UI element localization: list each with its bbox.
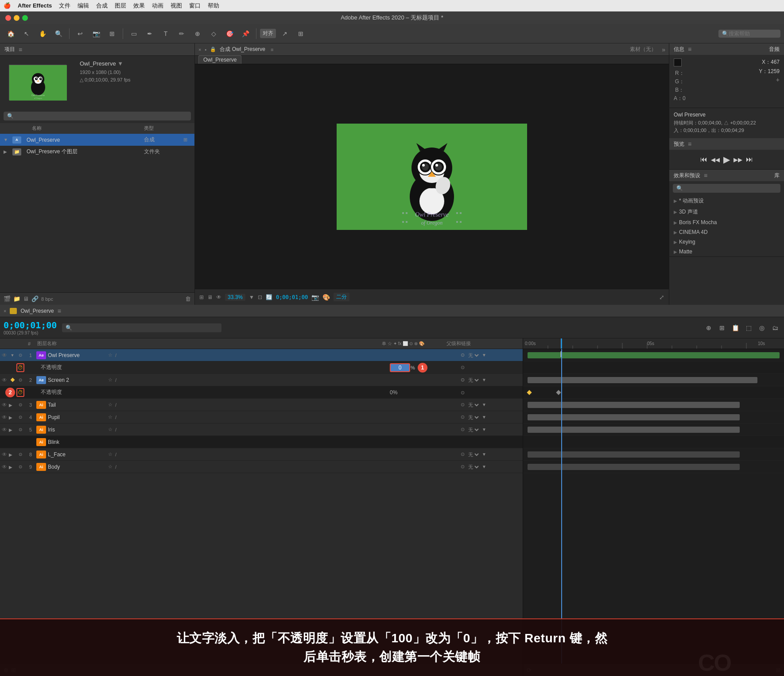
view-menu[interactable]: 视图 [171,2,182,10]
expand-4[interactable]: ▶ [9,414,16,420]
brush-tool[interactable]: ✏ [175,27,189,41]
switch-3-2[interactable]: / [115,402,116,408]
puppet-tool[interactable]: 📌 [238,27,252,41]
switch-8-2[interactable]: / [115,452,116,457]
sub-stopwatch[interactable]: ⏱ [16,363,25,372]
tl-close-icon[interactable]: × [4,308,6,314]
parent-select-9[interactable]: 无 [466,464,480,470]
solo-5[interactable]: ⊙ [16,427,25,432]
play-button[interactable]: ▶ [723,154,730,165]
layer-row-9[interactable]: 👁 ▶ ⊙ 9 Ai Body ☆ / ⊙ 无 ▼ [0,461,523,473]
new-comp-icon[interactable]: 🎬 [4,295,11,302]
project-row-folder[interactable]: ▶ 📁 Owl_Preserve 个图层 文件夹 [0,146,194,158]
visibility-9[interactable]: 👁 [0,464,9,470]
effects-menu[interactable]: 效果 [133,2,145,10]
expand-tool[interactable]: ↗ [278,27,292,41]
layer-row-3[interactable]: 👁 ▶ ⊙ 3 Ai Tail ☆ / ⊙ 无 ▼ [0,399,523,411]
switch-5-2[interactable]: / [115,427,116,432]
switch-8-1[interactable]: ☆ [108,451,113,457]
switch-icon-1[interactable]: ☆ [108,352,113,358]
parent-select-1[interactable]: 无 [466,352,480,358]
clone-tool[interactable]: ⊕ [190,27,205,41]
solo-9[interactable]: ⊙ [16,464,25,469]
timeline-search[interactable]: 🔍 [62,323,221,332]
effects-item-animation[interactable]: ▶ * 动画预设 [669,195,784,206]
tl-tool-6[interactable]: 🗂 [770,322,780,333]
tl-menu-icon[interactable]: ≡ [58,307,61,315]
effects-item-matte[interactable]: ▶ Matte [669,247,784,256]
camera-snapshot-icon[interactable]: 📷 [311,294,319,301]
tl-tool-2[interactable]: ⊞ [717,322,727,333]
sub-stopwatch-2[interactable]: ⏱ [16,388,25,397]
effects-item-keying[interactable]: ▶ Keying [669,237,784,247]
tl-tool-4[interactable]: ⬚ [743,322,754,333]
parent-select-8[interactable]: 无 [466,451,480,458]
visibility-8[interactable]: 👁 [0,451,9,458]
project-search-input[interactable] [16,113,187,119]
expand-1[interactable] [9,353,16,357]
zoom-display[interactable]: 33.3% [225,294,245,301]
layer-row-4[interactable]: 👁 ▶ ⊙ 4 Ai Pupil ☆ / ⊙ 无 ▼ [0,411,523,423]
switch-5-1[interactable]: ☆ [108,427,113,432]
effects-search-input[interactable] [685,185,777,191]
tab-menu-icon[interactable]: ≡ [271,47,273,52]
layer-row-8[interactable]: 👁 ▶ ⊙ 8 Ai L_Face ☆ / ⊙ 无 ▼ [0,448,523,461]
solo-2[interactable]: ⊙ [16,377,25,382]
apple-menu[interactable]: 🍎 [4,2,11,9]
effects-search[interactable]: 🔍 [673,184,780,193]
undo-tool[interactable]: ↩ [73,27,87,41]
search-input[interactable] [729,31,777,37]
comp-time-display[interactable]: 0;00;01;00 [276,294,308,300]
help-menu[interactable]: 帮助 [208,2,219,10]
switch-icon-2[interactable]: / [115,353,116,358]
delete-icon[interactable]: 🗑 [185,295,191,302]
expand-icon[interactable]: » [662,46,665,53]
home-button[interactable]: 🏠 [4,27,18,41]
parent-arrow-9[interactable]: ▼ [482,464,486,469]
parent-arrow-5[interactable]: ▼ [482,427,486,432]
new-item-icon[interactable]: 🖥 [23,295,29,302]
switch-2-1[interactable]: ☆ [108,377,113,383]
solo-3[interactable]: ⊙ [16,402,25,407]
expand-5[interactable]: ▶ [9,427,16,433]
switch-2-2[interactable]: / [115,377,116,383]
align-button[interactable]: 对齐 [260,29,276,38]
search-bar[interactable]: 🔍 [718,30,780,38]
info-menu-icon[interactable]: ≡ [688,46,691,53]
switch-9-2[interactable]: / [115,464,116,470]
eraser-tool[interactable]: ◇ [206,27,221,41]
stopwatch-icon[interactable]: ⏱ [18,365,23,371]
hand-tool[interactable]: ✋ [35,27,50,41]
switch-3-1[interactable]: ☆ [108,402,113,408]
comp-menu[interactable]: 合成 [96,2,108,10]
parent-select-3[interactable]: 无 [466,402,480,408]
project-search[interactable]: 🔍 [4,112,191,120]
tl-tool-1[interactable]: ⊕ [703,322,714,333]
camera-tool[interactable]: 📷 [89,27,103,41]
file-menu[interactable]: 文件 [59,2,70,10]
select-behind-tool[interactable]: ⊞ [105,27,119,41]
visibility-3[interactable]: 👁 [0,402,9,408]
fit-icon[interactable]: ⊡ [258,294,262,300]
layer-row-5[interactable]: 👁 ▶ ⊙ 5 Ai Iris ☆ / ⊙ 无 ▼ [0,423,523,436]
tl-search-input[interactable] [74,325,218,331]
color-picker-icon[interactable]: 🎨 [322,294,330,301]
visibility-5[interactable]: 👁 [0,427,9,433]
preview-menu-icon[interactable]: ≡ [688,140,691,148]
edit-menu[interactable]: 编辑 [78,2,89,10]
parent-select-4[interactable]: 无 [466,414,480,420]
rect-tool[interactable]: ▭ [127,27,141,41]
parent-arrow-8[interactable]: ▼ [482,452,486,457]
roto-tool[interactable]: 🎯 [222,27,237,41]
minimize-button[interactable] [14,15,19,21]
go-last-button[interactable]: ⏭ [746,155,753,163]
loop-icon[interactable]: 🔄 [266,294,272,300]
close-button[interactable] [5,15,11,21]
stopwatch-icon-2[interactable]: ⏱ [18,389,23,396]
effects-menu-icon[interactable]: ≡ [704,172,707,179]
expand-9[interactable]: ▶ [9,464,16,470]
layer-menu[interactable]: 图层 [115,2,126,10]
maximize-button[interactable] [22,15,28,21]
effects-item-3d[interactable]: ▶ 3D 声道 [669,206,784,218]
zoom-dropdown-icon[interactable]: ▼ [249,294,254,300]
